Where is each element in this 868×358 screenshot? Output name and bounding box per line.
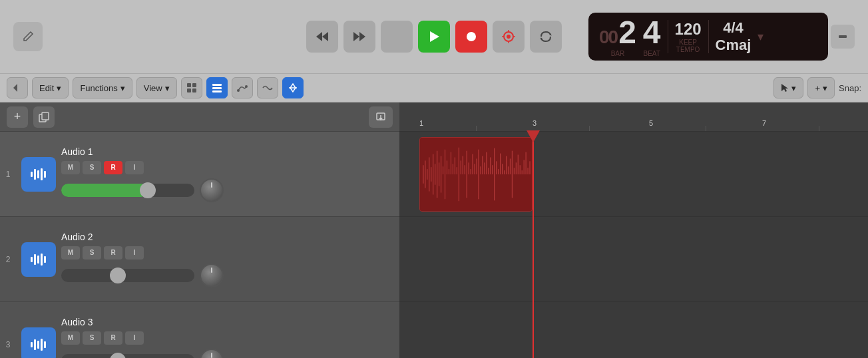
record-arm-button[interactable]: R (104, 246, 122, 260)
functions-menu-button[interactable]: Functions ▾ (73, 77, 132, 98)
input-button[interactable]: I (125, 161, 144, 174)
pencil-button[interactable] (13, 22, 43, 51)
bar-label: BAR (599, 50, 636, 57)
tempo-keep: KEEP (675, 39, 702, 46)
svg-rect-37 (44, 171, 46, 178)
copy-track-button[interactable] (33, 106, 55, 128)
automation-button[interactable] (232, 77, 253, 98)
track-info: Audio 1 M S R I (61, 146, 399, 202)
scissor-button[interactable] (282, 77, 304, 98)
fader-track[interactable] (61, 354, 194, 359)
bar-prefix: 00 (599, 27, 617, 48)
stop-button[interactable] (381, 21, 413, 53)
display-expand-icon[interactable]: ▾ (758, 29, 763, 44)
svg-marker-27 (781, 84, 788, 92)
track-controls: M S R I (61, 161, 399, 174)
track-icon[interactable] (21, 242, 56, 277)
timeline-tracks (399, 132, 868, 358)
add-tool-button[interactable]: + ▾ (807, 77, 835, 98)
svg-rect-42 (44, 256, 46, 263)
timeline-track-row (399, 217, 868, 302)
timeline-ruler: 1 3 5 7 (399, 102, 868, 132)
beat-display: 4 BEAT (643, 17, 661, 57)
track-icon[interactable] (21, 327, 56, 359)
track-name: Audio 2 (61, 232, 399, 242)
timeline-track-row (399, 302, 868, 358)
record-button[interactable] (455, 21, 487, 53)
fast-forward-button[interactable] (343, 21, 375, 53)
add-icon: + (815, 83, 820, 93)
pan-knob[interactable] (200, 178, 224, 202)
fader-thumb[interactable] (110, 268, 126, 283)
mute-button[interactable]: M (61, 246, 80, 260)
track-icon[interactable] (21, 157, 56, 192)
mute-button[interactable]: M (61, 161, 80, 174)
ruler-tick (476, 126, 477, 131)
svg-point-7 (507, 35, 511, 39)
solo-button[interactable]: S (83, 331, 101, 345)
beat-value: 4 (643, 17, 661, 49)
ruler-mark: 1 (419, 119, 423, 127)
ruler-tick (819, 126, 819, 131)
view-menu-button[interactable]: View ▾ (136, 77, 177, 98)
svg-marker-1 (322, 32, 328, 41)
svg-rect-14 (839, 35, 847, 38)
capture-button[interactable] (493, 21, 525, 53)
transport-controls (306, 21, 562, 53)
solo-button[interactable]: S (83, 161, 101, 174)
svg-rect-20 (212, 84, 222, 86)
input-button[interactable]: I (125, 331, 144, 345)
ruler-mark: 7 (762, 119, 766, 127)
track-fader-row (61, 178, 399, 202)
timeline-area[interactable]: 1 3 5 7 (399, 102, 868, 358)
playhead (533, 132, 534, 358)
functions-label: Functions (80, 83, 117, 93)
add-track-button[interactable]: + (7, 106, 28, 128)
svg-marker-2 (353, 32, 359, 41)
rewind-button[interactable] (306, 21, 338, 53)
record-arm-button[interactable]: R (104, 331, 122, 345)
ruler-tick (706, 126, 706, 131)
midi-button[interactable] (257, 77, 278, 98)
svg-rect-22 (212, 90, 222, 92)
mute-button[interactable]: M (61, 331, 80, 345)
fader-thumb[interactable] (110, 353, 126, 359)
svg-point-24 (245, 85, 248, 88)
fader-track[interactable] (61, 184, 194, 197)
display-divider-2 (708, 20, 709, 53)
pointer-tool-button[interactable]: ▾ (773, 77, 803, 98)
svg-rect-21 (212, 87, 222, 89)
svg-marker-4 (430, 31, 439, 42)
cycle-button[interactable] (530, 21, 562, 53)
record-arm-button[interactable]: R (104, 161, 122, 174)
svg-rect-46 (41, 339, 43, 351)
pan-knob[interactable] (200, 349, 224, 359)
svg-marker-0 (316, 32, 322, 41)
close-button[interactable] (831, 25, 855, 49)
svg-rect-18 (187, 89, 191, 92)
svg-rect-45 (37, 341, 39, 349)
back-button[interactable] (7, 77, 28, 98)
top-bar: 00 2 BAR 4 BEAT 120 KEEP TEMPO 4/4 Cmaj … (0, 0, 868, 73)
track-name: Audio 3 (61, 317, 399, 327)
timeline-track-row (399, 132, 868, 217)
edit-menu-button[interactable]: Edit ▾ (32, 77, 69, 98)
fader-thumb[interactable] (140, 182, 156, 198)
pan-knob[interactable] (200, 264, 224, 287)
svg-rect-16 (187, 83, 191, 87)
svg-point-23 (237, 89, 240, 92)
solo-button[interactable]: S (83, 246, 101, 260)
list-view-button[interactable] (206, 77, 228, 98)
play-button[interactable] (418, 21, 450, 53)
import-button[interactable] (369, 106, 393, 128)
svg-rect-39 (34, 254, 36, 265)
fader-track[interactable] (61, 269, 194, 282)
audio-clip[interactable] (419, 137, 533, 212)
input-button[interactable]: I (125, 246, 144, 260)
grid-view-button[interactable] (181, 77, 202, 98)
tempo-value: 120 (675, 20, 702, 39)
svg-rect-34 (34, 169, 36, 180)
view-dropdown-icon: ▾ (165, 83, 170, 93)
track-fader-row (61, 349, 399, 359)
svg-rect-38 (31, 257, 33, 262)
